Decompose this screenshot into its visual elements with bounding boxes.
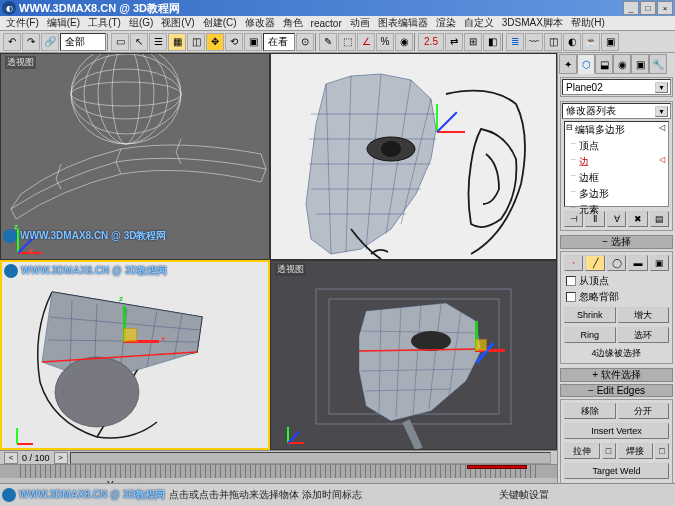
viewport-bottom-left[interactable]: WWW.3DMAX8.CN @ 3D教程网 xyxy=(0,260,270,450)
redo-button[interactable]: ↷ xyxy=(22,33,40,51)
modifier-stack[interactable]: ◁编辑多边形 顶点 ◁边 边框 多边形 元素 xyxy=(564,121,669,207)
menu-create[interactable]: 创建(C) xyxy=(200,16,240,30)
menu-group[interactable]: 组(G) xyxy=(126,16,156,30)
manip-button[interactable]: ✎ xyxy=(319,33,337,51)
weld-settings[interactable]: □ xyxy=(655,443,669,459)
tab-display[interactable]: ▣ xyxy=(631,54,649,74)
menu-edit[interactable]: 编辑(E) xyxy=(44,16,83,30)
menu-modifier[interactable]: 修改器 xyxy=(242,16,278,30)
time-slider[interactable]: < 0 / 100 > xyxy=(0,450,557,464)
close-button[interactable]: × xyxy=(657,1,673,15)
track-range[interactable] xyxy=(467,465,527,469)
move-button[interactable]: ✥ xyxy=(206,33,224,51)
window-crossing[interactable]: ◫ xyxy=(187,33,205,51)
viewport-top-right[interactable] xyxy=(270,53,557,260)
time-position: 0 / 100 xyxy=(22,453,50,463)
snap-2d[interactable]: ⬚ xyxy=(338,33,356,51)
region-select[interactable]: ▦ xyxy=(168,33,186,51)
stack-border[interactable]: 边框 xyxy=(565,170,668,186)
shrink-button[interactable]: Shrink xyxy=(564,307,616,323)
extrude-settings[interactable]: □ xyxy=(602,443,616,459)
rollout-softsel[interactable]: + 软件选择 xyxy=(560,368,673,382)
so-element[interactable]: ▣ xyxy=(650,255,669,271)
svg-point-5 xyxy=(98,54,154,144)
quick-render[interactable]: ▣ xyxy=(601,33,619,51)
scale-button[interactable]: ▣ xyxy=(244,33,262,51)
menu-script[interactable]: 3DSMAX脚本 xyxy=(499,16,566,30)
minimize-button[interactable]: _ xyxy=(623,1,639,15)
stack-polygon[interactable]: 多边形 xyxy=(565,186,668,202)
target-weld-button[interactable]: Target Weld xyxy=(564,463,669,479)
stack-header[interactable]: ◁编辑多边形 xyxy=(565,122,668,138)
stack-vertex[interactable]: 顶点 xyxy=(565,138,668,154)
ignore-back-check[interactable]: 忽略背部 xyxy=(562,289,671,305)
link-button[interactable]: 🔗 xyxy=(41,33,59,51)
layers-button[interactable]: ≣ xyxy=(506,33,524,51)
so-vertex[interactable]: ⬝ xyxy=(564,255,583,271)
time-next[interactable]: > xyxy=(54,452,68,464)
menu-graph[interactable]: 图表编辑器 xyxy=(375,16,431,30)
snap-angle[interactable]: ∠ xyxy=(357,33,375,51)
center-button[interactable]: ⊙ xyxy=(296,33,314,51)
named-sel[interactable]: 2.5 xyxy=(418,33,444,51)
ref-coord[interactable]: 在看 xyxy=(263,33,295,51)
svg-point-4 xyxy=(84,54,168,144)
select-button[interactable]: ▭ xyxy=(111,33,129,51)
menu-animation[interactable]: 动画 xyxy=(347,16,373,30)
object-name[interactable]: Plane02 xyxy=(562,79,671,95)
menu-reactor[interactable]: reactor xyxy=(308,18,345,29)
grow-button[interactable]: 增大 xyxy=(618,307,670,323)
selection-filter[interactable]: 全部 xyxy=(60,33,106,51)
select-name[interactable]: ☰ xyxy=(149,33,167,51)
menu-tools[interactable]: 工具(T) xyxy=(85,16,124,30)
weld-button[interactable]: 焊接 xyxy=(618,443,654,459)
align-button[interactable]: ◧ xyxy=(483,33,501,51)
curve-editor[interactable]: 〰 xyxy=(525,33,543,51)
menu-customize[interactable]: 自定义 xyxy=(461,16,497,30)
select-arrow[interactable]: ↖ xyxy=(130,33,148,51)
stack-edge[interactable]: ◁边 xyxy=(565,154,668,170)
menu-view[interactable]: 视图(V) xyxy=(158,16,197,30)
menu-help[interactable]: 帮助(H) xyxy=(568,16,608,30)
mat-editor[interactable]: ◐ xyxy=(563,33,581,51)
viewport-bottom-right[interactable]: 透视图 xyxy=(270,260,557,450)
so-border[interactable]: ◯ xyxy=(607,255,626,271)
loop-button[interactable]: 选环 xyxy=(618,327,670,343)
rotate-button[interactable]: ⟲ xyxy=(225,33,243,51)
tab-create[interactable]: ✦ xyxy=(559,54,577,74)
svg-point-39 xyxy=(411,331,451,351)
by-vertex-check[interactable]: 从顶点 xyxy=(562,273,671,289)
tab-modify[interactable]: ⬡ xyxy=(577,54,595,74)
ring-button[interactable]: Ring xyxy=(564,327,616,343)
mirror-button[interactable]: ⇄ xyxy=(445,33,463,51)
undo-button[interactable]: ↶ xyxy=(3,33,21,51)
snap-percent[interactable]: % xyxy=(376,33,394,51)
time-prev[interactable]: < xyxy=(4,452,18,464)
array-button[interactable]: ⊞ xyxy=(464,33,482,51)
insert-vertex-button[interactable]: Insert Vertex xyxy=(564,423,669,439)
time-track[interactable] xyxy=(70,452,551,464)
so-edge[interactable]: ╱ xyxy=(585,255,604,271)
spinner-snap[interactable]: ◉ xyxy=(395,33,413,51)
track-bar[interactable] xyxy=(0,464,557,478)
rollout-selection[interactable]: − 选择 xyxy=(560,235,673,249)
tab-motion[interactable]: ◉ xyxy=(613,54,631,74)
split-button[interactable]: 分开 xyxy=(618,403,670,419)
menu-render[interactable]: 渲染 xyxy=(433,16,459,30)
rollout-editedges[interactable]: − Edit Edges xyxy=(560,384,673,397)
schematic[interactable]: ◫ xyxy=(544,33,562,51)
menu-file[interactable]: 文件(F) xyxy=(3,16,42,30)
menu-character[interactable]: 角色 xyxy=(280,16,306,30)
remove-button[interactable]: 移除 xyxy=(564,403,616,419)
svg-point-0 xyxy=(71,54,181,144)
tab-utilities[interactable]: 🔧 xyxy=(649,54,667,74)
stack-element[interactable]: 元素 xyxy=(565,202,668,218)
window-title: WWW.3DMAX8.CN @ 3D教程网 xyxy=(19,1,180,16)
extrude-button[interactable]: 拉伸 xyxy=(564,443,600,459)
modifier-list[interactable]: 修改器列表 xyxy=(562,103,671,119)
key-settings[interactable]: 关键帧设置 xyxy=(493,488,555,502)
maximize-button[interactable]: □ xyxy=(640,1,656,15)
render-scene[interactable]: ☕ xyxy=(582,33,600,51)
tab-hierarchy[interactable]: ⬓ xyxy=(595,54,613,74)
so-poly[interactable]: ▬ xyxy=(628,255,647,271)
